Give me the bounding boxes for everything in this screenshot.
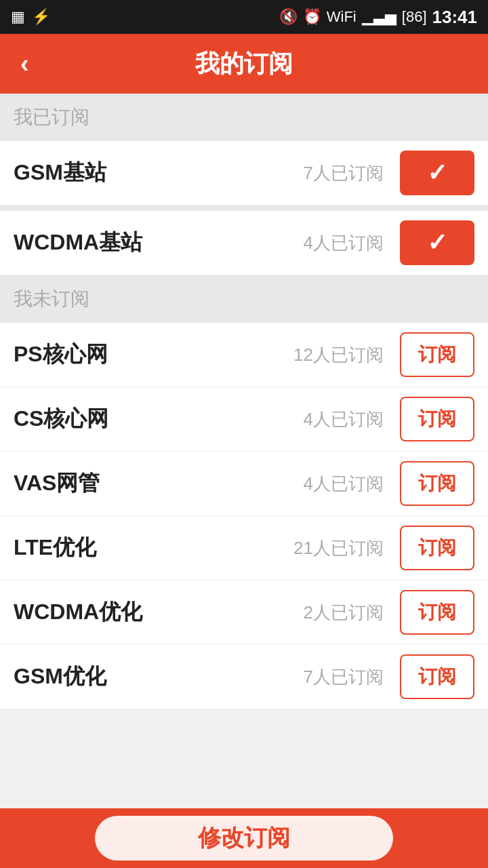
subscribe-button-gsm-opt[interactable]: 订阅 bbox=[400, 654, 474, 699]
list-item: GSM基站 7人已订阅 ✓ bbox=[0, 141, 488, 205]
item-name-gsm-opt: GSM优化 bbox=[14, 662, 304, 692]
bottom-spacer bbox=[0, 709, 488, 769]
check-icon: ✓ bbox=[427, 229, 447, 257]
item-name-lte-opt: LTE优化 bbox=[14, 533, 293, 563]
app-header: ‹ 我的订阅 bbox=[0, 34, 488, 94]
divider bbox=[0, 205, 488, 211]
subscribe-button-cs-core[interactable]: 订阅 bbox=[400, 397, 474, 441]
status-bar: ▦ ⚡ 🔇 ⏰ WiFi ▁▃▅ [86] 13:41 bbox=[0, 0, 488, 34]
subscribe-button-lte-opt[interactable]: 订阅 bbox=[400, 526, 474, 570]
item-count-cs-core: 4人已订阅 bbox=[304, 408, 384, 431]
list-item: LTE优化 21人已订阅 订阅 bbox=[0, 516, 488, 580]
item-count-ps-core: 12人已订阅 bbox=[293, 343, 384, 367]
list-item: WCDMA优化 2人已订阅 订阅 bbox=[0, 580, 488, 645]
item-count-vas: 4人已订阅 bbox=[304, 472, 384, 496]
item-count-gsm-opt: 7人已订阅 bbox=[304, 665, 384, 689]
item-name-wcdma-base: WCDMA基站 bbox=[14, 228, 304, 258]
subscribe-button-vas[interactable]: 订阅 bbox=[400, 461, 474, 506]
bottom-bar: 修改订阅 bbox=[0, 808, 488, 868]
battery-icon: [86] bbox=[402, 8, 427, 26]
signal-bars-icon: ▁▃▅ bbox=[362, 8, 396, 26]
list-item: GSM优化 7人已订阅 订阅 bbox=[0, 645, 488, 709]
list-item: WCDMA基站 4人已订阅 ✓ bbox=[0, 211, 488, 275]
list-item: VAS网管 4人已订阅 订阅 bbox=[0, 452, 488, 516]
list-item: CS核心网 4人已订阅 订阅 bbox=[0, 387, 488, 452]
item-name-gsm-base: GSM基站 bbox=[14, 158, 304, 188]
usb-icon: ⚡ bbox=[32, 8, 50, 26]
unsubscribed-section-header: 我未订阅 bbox=[0, 275, 488, 323]
modify-subscription-button[interactable]: 修改订阅 bbox=[95, 816, 393, 861]
item-name-vas: VAS网管 bbox=[14, 469, 304, 498]
unsubscribe-button-wcdma-base[interactable]: ✓ bbox=[400, 220, 474, 265]
subscribe-button-ps-core[interactable]: 订阅 bbox=[400, 332, 474, 377]
check-icon: ✓ bbox=[427, 159, 447, 187]
signal-icon: ▦ bbox=[11, 8, 25, 26]
subscribed-section-header: 我已订阅 bbox=[0, 94, 488, 141]
list-item: PS核心网 12人已订阅 订阅 bbox=[0, 323, 488, 387]
item-count-lte-opt: 21人已订阅 bbox=[293, 536, 384, 560]
unsubscribe-button-gsm-base[interactable]: ✓ bbox=[400, 151, 474, 195]
item-name-wcdma-opt: WCDMA优化 bbox=[14, 597, 304, 627]
status-time: 13:41 bbox=[432, 7, 478, 28]
status-right: 🔇 ⏰ WiFi ▁▃▅ [86] 13:41 bbox=[279, 7, 477, 28]
item-name-ps-core: PS核心网 bbox=[14, 340, 293, 370]
mute-icon: 🔇 bbox=[279, 8, 298, 26]
alarm-icon: ⏰ bbox=[303, 8, 321, 26]
item-count-wcdma-opt: 2人已订阅 bbox=[304, 601, 384, 625]
subscribed-list: GSM基站 7人已订阅 ✓ WCDMA基站 4人已订阅 ✓ bbox=[0, 141, 488, 275]
status-left: ▦ ⚡ bbox=[11, 8, 50, 26]
page-title: 我的订阅 bbox=[195, 47, 293, 81]
item-name-cs-core: CS核心网 bbox=[14, 404, 304, 434]
back-button[interactable]: ‹ bbox=[14, 44, 36, 83]
subscribe-button-wcdma-opt[interactable]: 订阅 bbox=[400, 590, 474, 635]
wifi-icon: WiFi bbox=[327, 8, 357, 26]
item-count-wcdma-base: 4人已订阅 bbox=[304, 231, 384, 255]
item-count-gsm-base: 7人已订阅 bbox=[304, 161, 384, 185]
unsubscribed-list: PS核心网 12人已订阅 订阅 CS核心网 4人已订阅 订阅 VAS网管 4人已… bbox=[0, 323, 488, 709]
